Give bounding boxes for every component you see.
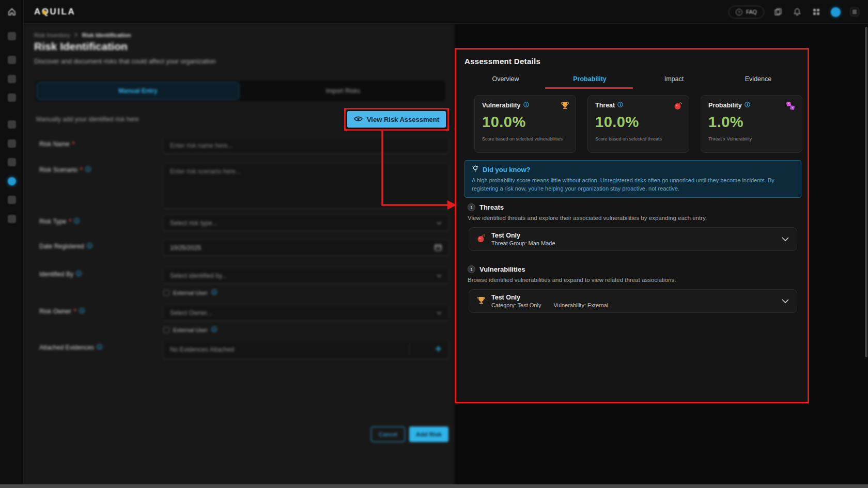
breadcrumb-current: Risk Identification xyxy=(82,32,131,38)
add-evidence-icon[interactable] xyxy=(435,345,442,354)
risk-owner-select[interactable]: Select Owner... xyxy=(163,305,448,321)
breadcrumb: Risk Inventory Risk Identification xyxy=(34,32,131,38)
vulnerability-score-value: 10.0% xyxy=(482,114,568,131)
info-icon[interactable] xyxy=(97,344,102,351)
identified-by-select[interactable]: Select identified by... xyxy=(163,267,448,284)
sidebar-icon[interactable] xyxy=(8,215,16,223)
top-bar: AQUILA ? FAQ xyxy=(24,0,868,24)
brand-logo: AQUILA xyxy=(34,7,75,17)
assessment-details-panel: Assessment Details Overview Probability … xyxy=(455,48,809,403)
entry-mode-tabs: Manual Entry Import Risks xyxy=(34,80,446,102)
identified-by-label: Identified By xyxy=(39,271,82,278)
sidebar-icon[interactable] xyxy=(8,56,16,64)
notifications-icon[interactable] xyxy=(792,7,802,17)
help-icon: ? xyxy=(736,9,742,15)
vulnerabilities-heading: Vulnerabilities xyxy=(479,265,525,273)
vertical-scrollbar[interactable] xyxy=(865,27,867,357)
probability-score-value: 1.0% xyxy=(708,114,795,131)
threat-item-group: Threat Group: Man Made xyxy=(491,240,555,246)
sidebar-icon[interactable] xyxy=(8,158,16,166)
page-subtitle: Discover and document risks that could a… xyxy=(34,58,215,65)
attached-evidences-field: No Evidences Attached xyxy=(163,340,448,359)
horizontal-scrollbar[interactable] xyxy=(0,484,868,488)
info-icon[interactable] xyxy=(523,102,529,109)
left-sidebar xyxy=(0,0,24,488)
date-registered-label: Date Registered xyxy=(39,243,92,250)
cancel-button[interactable]: Cancel xyxy=(371,427,405,442)
view-risk-assessment-button[interactable]: View Risk Assessment xyxy=(347,111,446,128)
vulnerability-score-card: Vulnerability 10.0% Score based on selec… xyxy=(474,95,576,153)
date-registered-field[interactable]: 10/25/2025 xyxy=(163,240,448,256)
page-title: Risk Identification xyxy=(34,40,128,53)
faq-label: FAQ xyxy=(746,9,757,15)
tab-evidence[interactable]: Evidence xyxy=(716,72,800,86)
sidebar-icon[interactable] xyxy=(8,32,16,40)
sidebar-icon[interactable] xyxy=(8,196,16,204)
documents-icon[interactable] xyxy=(773,7,783,17)
apps-grid-icon[interactable] xyxy=(811,7,822,17)
vulnerability-item-title: Test Only xyxy=(491,294,608,301)
threat-score-value: 10.0% xyxy=(595,114,681,131)
info-icon[interactable] xyxy=(211,289,217,296)
threat-item-test-only[interactable]: Test Only Threat Group: Man Made xyxy=(469,227,797,251)
vulnerability-item-type: Vulnerability: External xyxy=(553,302,608,308)
tab-manual-entry[interactable]: Manual Entry xyxy=(37,82,239,100)
info-icon[interactable] xyxy=(74,218,80,225)
external-user-label: External User xyxy=(173,290,208,296)
risk-type-select[interactable]: Select risk type... xyxy=(163,215,448,231)
chevron-down-icon[interactable] xyxy=(782,296,789,306)
chevron-down-icon xyxy=(437,272,442,279)
sidebar-icon[interactable] xyxy=(8,93,16,102)
chevron-down-icon[interactable] xyxy=(782,234,789,244)
info-icon[interactable] xyxy=(617,102,623,109)
annotation-underline-probability xyxy=(545,87,633,89)
form-intro-text: Manually add your identified risk here xyxy=(36,116,139,123)
sidebar-icon-active[interactable] xyxy=(8,177,16,185)
threats-section-header: 1 Threats xyxy=(468,203,504,211)
tab-overview[interactable]: Overview xyxy=(463,72,548,86)
sidebar-icon[interactable] xyxy=(8,120,16,129)
vulnerabilities-count-badge: 1 xyxy=(468,265,475,273)
vulnerability-item-test-only[interactable]: Test Only Category: Test Only Vulnerabil… xyxy=(469,289,797,313)
home-icon[interactable] xyxy=(7,7,17,19)
eye-icon xyxy=(354,116,363,123)
risk-name-label: Risk Name * xyxy=(39,140,74,148)
info-icon[interactable] xyxy=(85,166,91,174)
faq-button[interactable]: ? FAQ xyxy=(729,6,764,19)
vulnerabilities-section-header: 1 Vulnerabilities xyxy=(468,265,525,273)
tab-impact[interactable]: Impact xyxy=(632,72,716,86)
divider xyxy=(409,344,409,355)
globe-icon[interactable] xyxy=(830,7,841,17)
did-you-know-text: A high probability score means little wi… xyxy=(472,177,794,193)
threats-count-badge: 1 xyxy=(468,203,475,211)
threats-heading: Threats xyxy=(479,203,504,211)
chevron-down-icon xyxy=(437,309,442,317)
external-user-label: External User xyxy=(173,327,208,333)
sidebar-icon[interactable] xyxy=(8,75,16,83)
threat-item-title: Test Only xyxy=(491,232,555,239)
chevron-down-icon xyxy=(437,219,442,227)
sidebar-icon[interactable] xyxy=(8,139,16,148)
dice-icon xyxy=(786,101,796,113)
add-risk-button[interactable]: Add Risk xyxy=(409,427,448,442)
info-icon[interactable] xyxy=(211,326,217,333)
bomb-icon xyxy=(674,101,683,112)
calendar-icon[interactable] xyxy=(435,244,442,253)
info-icon[interactable] xyxy=(87,243,92,250)
risk-owner-label: Risk Owner * xyxy=(39,308,85,315)
lightbulb-icon xyxy=(472,165,479,174)
info-icon[interactable] xyxy=(79,308,85,315)
tab-import-risks[interactable]: Import Risks xyxy=(242,82,444,100)
breadcrumb-parent[interactable]: Risk Inventory xyxy=(34,32,70,38)
external-user-checkbox[interactable] xyxy=(163,290,169,296)
probability-score-card: Probability 1.0% Threat x Vulnerability xyxy=(701,95,802,153)
external-user-checkbox[interactable] xyxy=(163,327,169,333)
risk-type-label: Risk Type * xyxy=(39,218,80,225)
risk-form-region: Risk Inventory Risk Identification Risk … xyxy=(24,24,455,488)
trophy-icon xyxy=(561,101,569,112)
info-icon[interactable] xyxy=(76,271,82,278)
did-you-know-title: Did you know? xyxy=(483,166,530,174)
menu-icon[interactable] xyxy=(849,7,860,17)
info-icon[interactable] xyxy=(745,102,750,109)
tab-probability[interactable]: Probability xyxy=(548,72,632,86)
